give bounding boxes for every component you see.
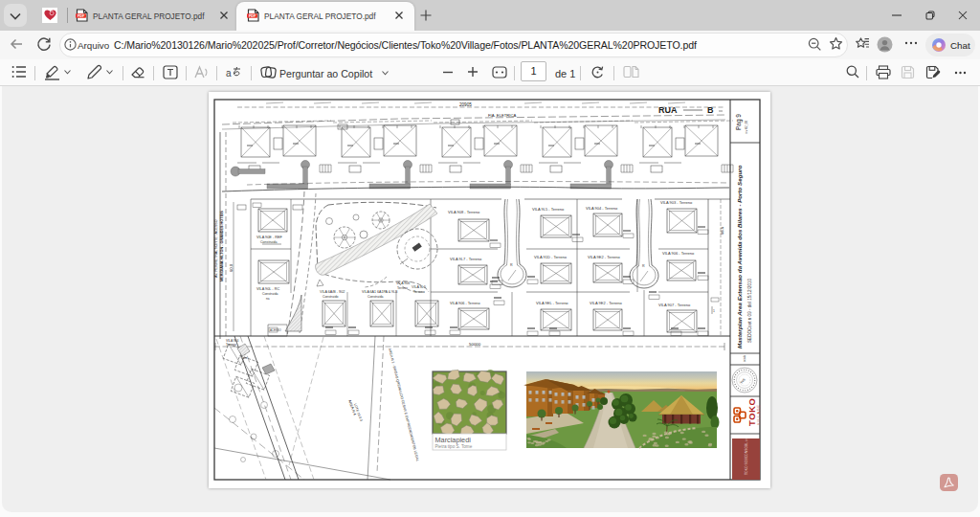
svg-text:VILA 91D - Terreno: VILA 91D - Terreno <box>534 255 568 259</box>
svg-text:R: R <box>642 264 645 268</box>
svg-text:Construida: Construida <box>260 240 277 244</box>
svg-text:VILA 9L5: VILA 9L5 <box>412 285 426 289</box>
svg-text:1: 1 <box>713 309 715 313</box>
svg-text:50000: 50000 <box>469 342 481 347</box>
svg-text:R: R <box>510 263 513 267</box>
svg-text:VILA 9L5 - Terreno: VILA 9L5 - Terreno <box>532 207 565 212</box>
svg-text:AREA N 1 - BRISAS QREINALDO CE: AREA N 1 - BRISAS QREINALDO CESAR E EMPR… <box>388 348 419 461</box>
svg-text:AV. PERIMETRAL NORTE - ACESSO: AV. PERIMETRAL NORTE - ACESSO <box>214 219 218 278</box>
svg-text:Pag 9: Pag 9 <box>735 114 743 130</box>
svg-text:Terreno: Terreno <box>226 343 236 347</box>
svg-text:VILA 904 - Terreno: VILA 904 - Terreno <box>586 206 618 211</box>
svg-text:VILA 907 - Terreno: VILA 907 - Terreno <box>658 303 691 307</box>
svg-text:VILA 906 - Terreno: VILA 906 - Terreno <box>662 251 695 256</box>
svg-text:Pietra tipo S. Tome: Pietra tipo S. Tome <box>435 444 473 449</box>
svg-text:68.6: 68.6 <box>720 226 724 235</box>
svg-text:TOKO SOBCONSOBL srl: TOKO SOBCONSOBL srl <box>745 438 748 475</box>
svg-text:VILA 9L7 - Terreno: VILA 9L7 - Terreno <box>450 257 482 261</box>
svg-text:B: B <box>707 105 714 115</box>
svg-text:om: om <box>243 356 248 360</box>
svg-text:Construida: Construida <box>368 295 384 299</box>
svg-text:PDF: PDF <box>78 14 85 18</box>
svg-text:VILLAGE: VILLAGE <box>757 404 761 425</box>
svg-text:VILA 90L - RC: VILA 90L - RC <box>256 287 279 291</box>
svg-text:VILA 903 - Terreno: VILA 903 - Terreno <box>660 200 693 205</box>
svg-text:RUA: RUA <box>658 105 678 115</box>
svg-text:VILA 6A1 6A1PA & 9LB: VILA 6A1 6A1PA & 9LB <box>362 290 398 294</box>
svg-text:VILA 9EL - Terreno: VILA 9EL - Terreno <box>536 301 568 305</box>
svg-text:VILA 9E2 - Terreno: VILA 9E2 - Terreno <box>590 301 623 305</box>
svg-text:Construida: Construida <box>262 292 278 296</box>
svg-text:VILA 908 - Terreno: VILA 908 - Terreno <box>448 210 480 214</box>
svg-text:MERIDIANA HILTON - GRANDES HOT: MERIDIANA HILTON - GRANDES HOTEIS <box>220 211 224 281</box>
svg-text:VILA 90E - REF: VILA 90E - REF <box>256 236 282 239</box>
svg-text:SEDOCset n 09 - del 15/12/2010: SEDOCset n 09 - del 15/12/2010 <box>747 278 752 343</box>
svg-text:FIA. ELETRICA: FIA. ELETRICA <box>488 113 517 118</box>
svg-text:VILA 6A/B - 902: VILA 6A/B - 902 <box>320 290 345 294</box>
svg-text:na: na <box>266 297 270 301</box>
svg-text:Masterplan Area Extensao da Av: Masterplan Area Extensao da Avenida dos … <box>736 165 743 348</box>
svg-text:rev 02_09: rev 02_09 <box>745 121 748 134</box>
svg-text:Construido: Construido <box>323 295 339 299</box>
svg-text:Terreno: Terreno <box>397 286 408 290</box>
svg-text:TOKO: TOKO <box>746 398 757 426</box>
svg-text:VILA 9E2 - Terreno: VILA 9E2 - Terreno <box>588 255 621 259</box>
svg-text:60.0: 60.0 <box>229 263 234 272</box>
svg-text:PDF: PDF <box>249 14 256 18</box>
svg-text:VILA 906 - Terreno: VILA 906 - Terreno <box>450 302 480 305</box>
svg-text:ACESSO: ACESSO <box>270 328 281 332</box>
svg-text:scala: scala <box>743 355 746 362</box>
svg-text:20905: 20905 <box>459 102 472 107</box>
svg-text:Marciapiedi: Marciapiedi <box>435 436 472 444</box>
svg-text:VILA 906: VILA 906 <box>396 281 410 285</box>
